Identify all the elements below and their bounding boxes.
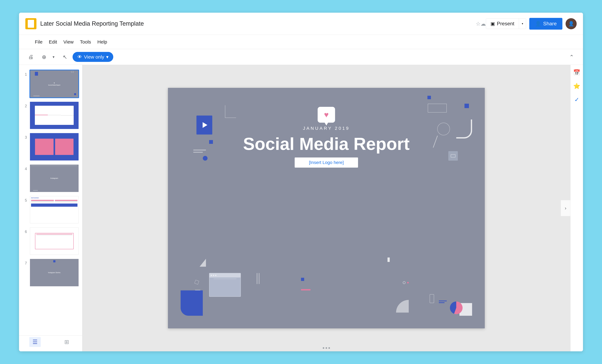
list-view-icon: ☰	[32, 339, 38, 345]
slide-3-box-left	[35, 139, 54, 155]
present-dropdown-button[interactable]: ▾	[519, 19, 526, 29]
deco-pie-chart	[450, 302, 462, 314]
slide-item-5[interactable]: 5 INSTAGRAM	[19, 194, 82, 226]
cursor-icon: ↖	[63, 54, 67, 60]
chevron-down-icon: ▾	[522, 22, 523, 25]
list-view-button[interactable]: ☰	[29, 337, 41, 347]
app-window: Later Social Media Reporting Template ☆ …	[19, 13, 583, 351]
main-content: 1 ♥ Social Media Report	[19, 65, 583, 351]
right-panel: 📅 ⭐ ✓	[570, 65, 583, 351]
slide-5-label: INSTAGRAM	[31, 197, 77, 199]
slide-6-box	[35, 233, 74, 249]
slide-item-4[interactable]: 4 Instagram	[19, 163, 82, 194]
slide-thumb-3[interactable]	[30, 133, 79, 161]
slide-item-6[interactable]: 6	[19, 225, 82, 257]
slide-7-label: Instagram Stories	[48, 272, 60, 273]
deco-white-quarter	[396, 300, 409, 312]
deco-browser	[209, 273, 241, 297]
deco-play-button	[196, 115, 212, 135]
slide-thumb-2[interactable]	[30, 101, 79, 130]
deco-diamond-outline	[194, 280, 199, 285]
menu-bar: File Edit View Tools Help	[19, 35, 583, 49]
eye-icon: 👁	[77, 54, 82, 60]
deco-big-blue	[181, 291, 203, 316]
print-button[interactable]: 🖨	[25, 52, 36, 62]
user-avatar[interactable]: 👤	[566, 18, 577, 29]
menu-help[interactable]: Help	[94, 38, 110, 46]
deco-triangle-white	[200, 259, 206, 267]
zoom-dropdown-button[interactable]: ▾	[50, 52, 57, 62]
slide-number-4: 4	[22, 167, 27, 171]
cursor-button[interactable]: ↖	[60, 52, 70, 62]
slide-thumb-4[interactable]: Instagram	[30, 164, 79, 192]
slide-view[interactable]: ♥ JANUARY 2019 Social Media Report [Inse…	[82, 65, 570, 351]
slide-thumb-1[interactable]: ♥ Social Media Report	[30, 70, 79, 98]
slide-2-inner	[35, 106, 74, 125]
star-panel-icon[interactable]: ⭐	[572, 82, 581, 91]
slide-item-2[interactable]: 2	[19, 100, 82, 131]
cloud-icon[interactable]: ☁	[481, 21, 486, 27]
present-label: Present	[497, 21, 514, 27]
star-icon[interactable]: ☆	[476, 21, 481, 27]
zoom-button[interactable]: ⊕	[39, 52, 49, 62]
share-button[interactable]: 👤 Share	[529, 18, 562, 30]
menu-file[interactable]: File	[32, 38, 46, 46]
share-icon: 👤	[535, 21, 541, 27]
present-icon: ▣	[491, 21, 495, 26]
slide-number-1: 1	[22, 72, 27, 77]
menu-tools[interactable]: Tools	[77, 38, 94, 46]
collapse-button[interactable]: ⌃	[567, 52, 577, 62]
view-only-button[interactable]: 👁 View only ▾	[73, 52, 113, 62]
slide-4-label: Instagram	[50, 177, 58, 179]
slide-main-title: Social Media Report	[243, 134, 409, 154]
nav-dot-3	[328, 347, 330, 349]
deco-pink-lines	[439, 301, 447, 303]
slide-1-label: ♥ Social Media Report	[48, 82, 60, 86]
deco-circle-outline	[437, 123, 450, 135]
app-logo	[25, 18, 36, 29]
grid-view-button[interactable]: ⊞	[61, 337, 72, 347]
slide-number-7: 7	[22, 261, 27, 265]
right-arrow-icon: ›	[565, 205, 566, 211]
slide-item-1[interactable]: 1 ♥ Social Media Report	[19, 68, 82, 100]
slide-thumb-7[interactable]: Instagram Stories	[30, 259, 79, 287]
deco-pink-bar	[301, 289, 311, 291]
heart-bubble: ♥	[318, 107, 335, 123]
deco-dots-row	[403, 281, 409, 284]
deco-vertical-lines	[257, 273, 259, 284]
deco-sector-outline	[225, 105, 236, 118]
main-slide-canvas: ♥ JANUARY 2019 Social Media Report [Inse…	[168, 88, 485, 328]
slide-thumb-6[interactable]	[30, 227, 79, 255]
heart-icon: ♥	[324, 110, 329, 119]
present-button[interactable]: ▣ Present	[486, 19, 519, 29]
menu-edit[interactable]: Edit	[46, 38, 60, 46]
deco-blue-sq-lc	[209, 140, 213, 144]
document-title: Later Social Media Reporting Template	[40, 20, 473, 27]
header-actions: ▣ Present ▾ 👤 Share 👤	[486, 18, 577, 30]
share-label: Share	[543, 21, 557, 27]
slide-item-7[interactable]: 7 Instagram Stories	[19, 257, 82, 288]
check-panel-icon[interactable]: ✓	[572, 95, 581, 104]
slide-number-5: 5	[22, 198, 27, 203]
deco-comment-lines	[193, 150, 206, 153]
deco-pencil-line	[433, 136, 438, 148]
present-wrapper: ▣ Present ▾	[486, 18, 526, 29]
menu-view[interactable]: View	[60, 38, 77, 46]
slide-item-3[interactable]: 3	[19, 131, 82, 163]
deco-browser-bar	[209, 273, 240, 277]
zoom-icon: ⊕	[42, 54, 46, 60]
calendar-icon[interactable]: 📅	[572, 68, 581, 77]
slide-number-3: 3	[22, 135, 27, 140]
deco-play-triangle	[203, 122, 207, 128]
slide-thumb-5[interactable]: INSTAGRAM	[30, 196, 79, 224]
deco-blue-sq-bc	[301, 278, 304, 281]
view-only-chevron-icon: ▾	[106, 54, 108, 60]
view-only-label: View only	[84, 54, 104, 60]
slide-date: JANUARY 2019	[303, 126, 350, 131]
collapse-icon: ⌃	[569, 54, 574, 60]
chevron-zoom-icon: ▾	[53, 55, 54, 59]
next-slide-button[interactable]: ›	[561, 200, 570, 216]
app-logo-icon	[28, 20, 34, 28]
deco-blue-dot	[203, 156, 207, 161]
deco-rect-top-right	[428, 104, 447, 113]
